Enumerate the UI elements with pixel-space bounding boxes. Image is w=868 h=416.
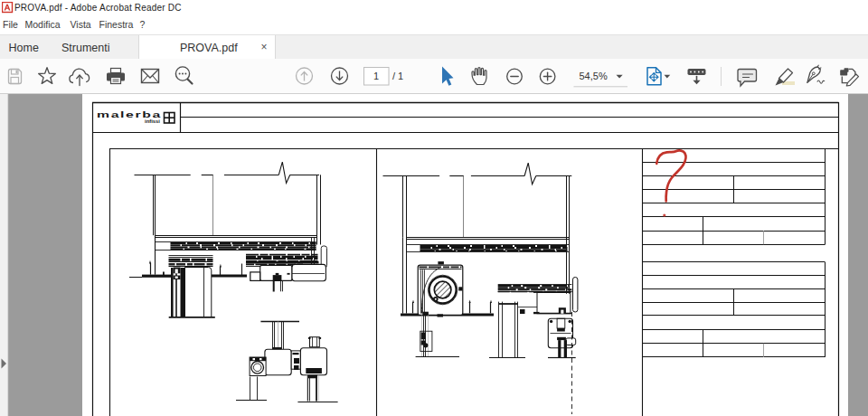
svg-text:54,5%: 54,5% xyxy=(580,71,608,81)
svg-text:infissi: infissi xyxy=(145,118,161,124)
svg-text:1: 1 xyxy=(373,71,379,81)
svg-text:/ 1: / 1 xyxy=(392,71,403,81)
